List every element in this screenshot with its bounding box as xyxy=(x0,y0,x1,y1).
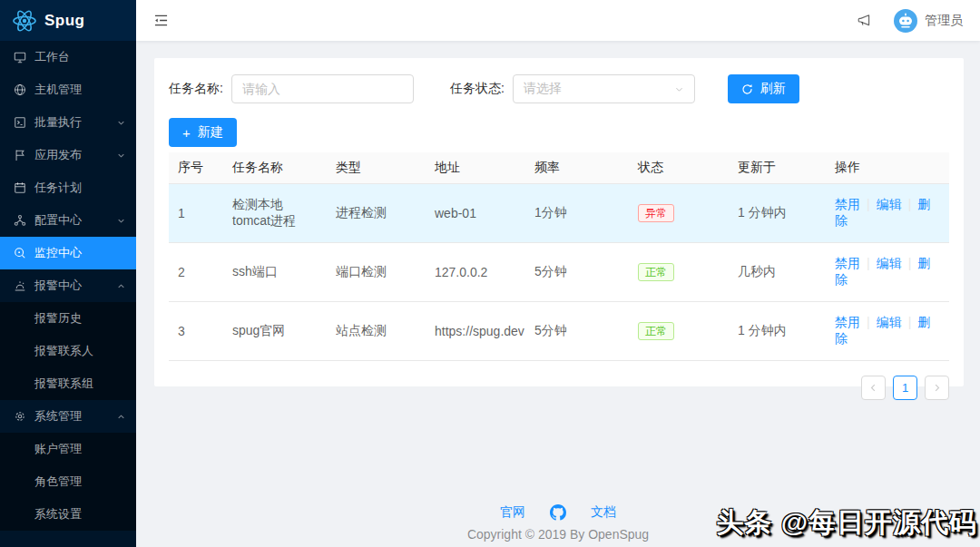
cell-name: 检测本地tomcat进程 xyxy=(223,184,327,243)
official-site-link[interactable]: 官网 xyxy=(500,504,525,521)
refresh-button[interactable]: 刷新 xyxy=(728,74,799,103)
react-atom-icon xyxy=(12,9,37,33)
prev-page-button[interactable] xyxy=(861,376,886,400)
status-badge: 正常 xyxy=(638,263,674,281)
sidebar-item-workbench[interactable]: 工作台 xyxy=(0,41,136,73)
cell-address: web-01 xyxy=(426,184,525,243)
user-menu[interactable]: 管理员 xyxy=(894,9,963,33)
alarm-icon xyxy=(14,279,26,292)
sidebar-item-label: 账户管理 xyxy=(34,441,82,457)
chevron-up-icon xyxy=(117,413,125,421)
sidebar-item-label: 报警联系组 xyxy=(34,376,93,392)
task-status-select[interactable]: 请选择 xyxy=(513,74,695,103)
calendar-icon xyxy=(14,181,26,194)
disable-link[interactable]: 禁用 xyxy=(835,197,860,211)
sidebar-item-app-deploy[interactable]: 应用发布 xyxy=(0,139,136,171)
table-row: 1 检测本地tomcat进程 进程检测 web-01 1分钟 异常 1 分钟内 … xyxy=(169,184,949,243)
user-name: 管理员 xyxy=(925,13,963,29)
sidebar-item-label: 报警历史 xyxy=(34,310,82,327)
sidebar: Spug 工作台 主机管理 批量执行 xyxy=(0,0,136,547)
sidebar-item-hosts[interactable]: 主机管理 xyxy=(0,73,136,106)
brand-logo: Spug xyxy=(0,0,136,41)
col-name: 任务名称 xyxy=(223,152,327,184)
sidebar-menu: 工作台 主机管理 批量执行 应用发布 xyxy=(0,41,136,531)
action-divider: | xyxy=(908,256,912,270)
cell-frequency: 1分钟 xyxy=(525,184,629,243)
sidebar-item-alarm-center[interactable]: 报警中心 xyxy=(0,269,136,302)
new-task-button[interactable]: + 新建 xyxy=(169,118,237,147)
sidebar-item-label: 系统设置 xyxy=(34,506,82,523)
action-divider: | xyxy=(908,315,912,329)
edit-link[interactable]: 编辑 xyxy=(877,315,902,329)
chevron-down-icon xyxy=(117,119,125,127)
cell-frequency: 5分钟 xyxy=(525,302,629,361)
sidebar-item-batch-exec[interactable]: 批量执行 xyxy=(0,106,136,139)
gear-icon xyxy=(14,410,26,423)
sidebar-item-role-manage[interactable]: 角色管理 xyxy=(0,465,136,498)
host-icon xyxy=(14,83,26,96)
status-badge: 异常 xyxy=(638,204,674,222)
sidebar-item-system-manage[interactable]: 系统管理 xyxy=(0,400,136,433)
toolbar: + 新建 xyxy=(154,103,964,152)
system-submenu: 账户管理 角色管理 系统设置 xyxy=(0,433,136,531)
col-index: 序号 xyxy=(169,152,223,184)
watermark-text: 头条 @每日开源代码 xyxy=(716,504,977,542)
sidebar-item-label: 报警联系人 xyxy=(34,343,93,359)
header-right: 管理员 xyxy=(857,9,963,33)
sidebar-item-label: 监控中心 xyxy=(34,245,82,261)
code-icon xyxy=(14,116,26,129)
chevron-left-icon xyxy=(868,383,878,393)
task-name-input[interactable] xyxy=(231,74,414,103)
cell-updated: 几秒内 xyxy=(729,243,826,302)
sidebar-item-monitor-center[interactable]: 监控中心 xyxy=(0,237,136,269)
sidebar-item-label: 主机管理 xyxy=(34,82,82,98)
top-header: 管理员 xyxy=(136,0,980,41)
menu-fold-icon[interactable] xyxy=(153,14,169,27)
refresh-icon xyxy=(741,83,753,95)
cell-actions: 禁用|编辑|删除 xyxy=(826,184,949,243)
megaphone-icon[interactable] xyxy=(857,13,872,28)
flag-icon xyxy=(14,149,26,161)
plus-icon: + xyxy=(182,126,191,140)
chevron-up-icon xyxy=(117,282,125,290)
col-address: 地址 xyxy=(426,152,525,184)
sidebar-item-config-center[interactable]: 配置中心 xyxy=(0,204,136,237)
cell-name: ssh端口 xyxy=(223,243,327,302)
col-frequency: 频率 xyxy=(525,152,629,184)
sidebar-item-label: 角色管理 xyxy=(34,474,82,490)
select-placeholder: 请选择 xyxy=(524,81,562,97)
col-type: 类型 xyxy=(327,152,426,184)
sidebar-item-alarm-groups[interactable]: 报警联系组 xyxy=(0,367,136,400)
sidebar-item-alarm-history[interactable]: 报警历史 xyxy=(0,302,136,335)
cell-index: 2 xyxy=(169,243,223,302)
sidebar-item-alarm-contacts[interactable]: 报警联系人 xyxy=(0,335,136,367)
cell-actions: 禁用|编辑|删除 xyxy=(826,243,949,302)
brand-name: Spug xyxy=(44,12,85,30)
task-name-label: 任务名称: xyxy=(169,81,223,97)
chevron-right-icon xyxy=(932,383,942,393)
sidebar-item-account-manage[interactable]: 账户管理 xyxy=(0,433,136,465)
action-divider: | xyxy=(908,197,912,211)
cell-address: 127.0.0.2 xyxy=(426,243,525,302)
sidebar-item-system-settings[interactable]: 系统设置 xyxy=(0,498,136,531)
action-divider: | xyxy=(867,197,870,211)
pagination: 1 xyxy=(154,376,949,400)
disable-link[interactable]: 禁用 xyxy=(835,315,860,329)
edit-link[interactable]: 编辑 xyxy=(877,256,902,270)
cell-type: 站点检测 xyxy=(327,302,426,361)
cell-name: spug官网 xyxy=(223,302,327,361)
sidebar-item-label: 配置中心 xyxy=(34,212,82,229)
next-page-button[interactable] xyxy=(925,376,949,400)
disable-link[interactable]: 禁用 xyxy=(835,256,860,270)
task-table: 序号 任务名称 类型 地址 频率 状态 更新于 操作 1 检测本地tomcat进… xyxy=(169,152,949,361)
page-1-button[interactable]: 1 xyxy=(893,376,917,400)
main-content: 任务名称: 任务状态: 请选择 刷新 + xyxy=(136,41,980,547)
sidebar-item-task-schedule[interactable]: 任务计划 xyxy=(0,171,136,204)
edit-link[interactable]: 编辑 xyxy=(877,197,902,211)
table-row: 3 spug官网 站点检测 https://spug.dev 5分钟 正常 1 … xyxy=(169,302,949,361)
docs-link[interactable]: 文档 xyxy=(591,504,616,521)
col-actions: 操作 xyxy=(826,152,949,184)
sidebar-item-label: 报警中心 xyxy=(34,278,82,294)
github-icon[interactable] xyxy=(550,504,566,521)
action-divider: | xyxy=(867,315,870,329)
